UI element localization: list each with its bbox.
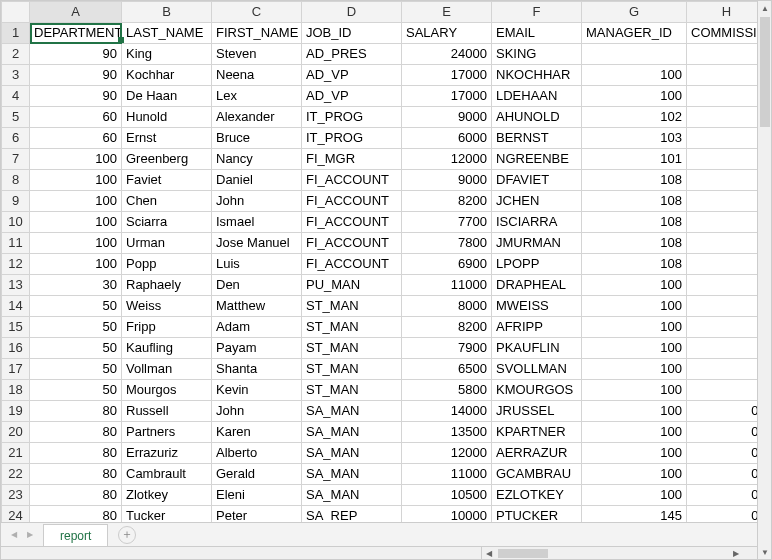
cell[interactable]: 90 <box>30 86 122 107</box>
cell[interactable]: 108 <box>582 191 687 212</box>
row-header[interactable]: 12 <box>2 254 30 275</box>
cell[interactable]: 17000 <box>402 86 492 107</box>
cell[interactable] <box>687 170 758 191</box>
cell[interactable]: ST_MAN <box>302 317 402 338</box>
cell[interactable]: 108 <box>582 170 687 191</box>
cell[interactable]: AD_PRES <box>302 44 402 65</box>
cell[interactable]: 100 <box>582 443 687 464</box>
cell[interactable]: 60 <box>30 107 122 128</box>
cell[interactable]: Lex <box>212 86 302 107</box>
row-header[interactable]: 1 <box>2 23 30 44</box>
cell[interactable]: 7900 <box>402 338 492 359</box>
cell[interactable]: Raphaely <box>122 275 212 296</box>
cell[interactable] <box>687 149 758 170</box>
cell[interactable]: 80 <box>30 485 122 506</box>
cell[interactable]: 100 <box>582 422 687 443</box>
cell[interactable]: De Haan <box>122 86 212 107</box>
add-sheet-button[interactable]: ＋ <box>118 526 136 544</box>
cell[interactable]: 108 <box>582 233 687 254</box>
row-header[interactable]: 13 <box>2 275 30 296</box>
cell[interactable]: Gerald <box>212 464 302 485</box>
vscrollbar[interactable]: ▲ ▼ <box>757 1 771 559</box>
vscroll-thumb[interactable] <box>760 17 770 127</box>
row-header[interactable]: 9 <box>2 191 30 212</box>
row-header[interactable]: 3 <box>2 65 30 86</box>
row-header[interactable]: 8 <box>2 170 30 191</box>
cell[interactable]: MWEISS <box>492 296 582 317</box>
cell[interactable]: BERNST <box>492 128 582 149</box>
cell[interactable]: 30 <box>30 275 122 296</box>
cell[interactable]: 8200 <box>402 317 492 338</box>
cell[interactable]: COMMISSION <box>687 23 758 44</box>
cell[interactable]: 90 <box>30 44 122 65</box>
cell[interactable]: LDEHAAN <box>492 86 582 107</box>
row-header[interactable]: 20 <box>2 422 30 443</box>
cell[interactable]: ST_MAN <box>302 359 402 380</box>
cell[interactable]: NGREENBE <box>492 149 582 170</box>
cell[interactable]: 100 <box>582 296 687 317</box>
cell[interactable]: 103 <box>582 128 687 149</box>
cell[interactable]: 80 <box>30 464 122 485</box>
cell[interactable]: 50 <box>30 296 122 317</box>
cell[interactable]: 100 <box>582 485 687 506</box>
cell[interactable]: Luis <box>212 254 302 275</box>
cell[interactable]: 0. <box>687 443 758 464</box>
cell[interactable]: 0. <box>687 464 758 485</box>
cell[interactable]: Bruce <box>212 128 302 149</box>
cell[interactable]: Matthew <box>212 296 302 317</box>
cell[interactable]: SA_MAN <box>302 401 402 422</box>
cell[interactable]: Kaufling <box>122 338 212 359</box>
hscrollbar[interactable]: ◀ ▶ <box>1 546 757 559</box>
cell[interactable]: 80 <box>30 443 122 464</box>
cell[interactable]: DRAPHEAL <box>492 275 582 296</box>
cell[interactable]: 8200 <box>402 191 492 212</box>
row-header[interactable]: 19 <box>2 401 30 422</box>
cell[interactable]: 100 <box>582 338 687 359</box>
cell[interactable]: 100 <box>30 191 122 212</box>
cell[interactable]: Steven <box>212 44 302 65</box>
hscroll-right-icon[interactable]: ▶ <box>729 547 743 560</box>
row-header[interactable]: 7 <box>2 149 30 170</box>
cell[interactable]: PU_MAN <box>302 275 402 296</box>
cell[interactable]: John <box>212 401 302 422</box>
cell[interactable]: 12000 <box>402 443 492 464</box>
cell[interactable]: 11000 <box>402 464 492 485</box>
cell[interactable] <box>687 128 758 149</box>
cell[interactable] <box>687 338 758 359</box>
cell[interactable] <box>687 380 758 401</box>
cell[interactable]: Faviet <box>122 170 212 191</box>
cell[interactable] <box>687 65 758 86</box>
cell[interactable]: ISCIARRA <box>492 212 582 233</box>
cell[interactable]: Popp <box>122 254 212 275</box>
cell[interactable]: Daniel <box>212 170 302 191</box>
col-header-A[interactable]: A <box>30 2 122 23</box>
cell[interactable]: Neena <box>212 65 302 86</box>
cell[interactable]: FI_ACCOUNT <box>302 254 402 275</box>
row-header[interactable]: 5 <box>2 107 30 128</box>
cell[interactable] <box>687 44 758 65</box>
cell[interactable]: 100 <box>30 212 122 233</box>
cell[interactable]: FIRST_NAME <box>212 23 302 44</box>
cell[interactable]: 100 <box>582 86 687 107</box>
cell[interactable]: Cambrault <box>122 464 212 485</box>
cell[interactable]: SALARY <box>402 23 492 44</box>
cell[interactable]: 100 <box>582 401 687 422</box>
cell[interactable] <box>687 86 758 107</box>
cell[interactable]: SA_MAN <box>302 485 402 506</box>
vscroll-up-icon[interactable]: ▲ <box>758 1 772 15</box>
cell[interactable]: 100 <box>582 65 687 86</box>
cell[interactable]: 100 <box>582 464 687 485</box>
cell[interactable]: SKING <box>492 44 582 65</box>
row-header[interactable]: 22 <box>2 464 30 485</box>
cell[interactable]: JMURMAN <box>492 233 582 254</box>
cell[interactable]: 0. <box>687 401 758 422</box>
cell[interactable] <box>687 107 758 128</box>
cell[interactable]: DFAVIET <box>492 170 582 191</box>
cell[interactable]: Zlotkey <box>122 485 212 506</box>
cell[interactable]: 102 <box>582 107 687 128</box>
cell[interactable]: Alexander <box>212 107 302 128</box>
cell[interactable]: 100 <box>30 233 122 254</box>
cell[interactable] <box>687 317 758 338</box>
cell[interactable]: Jose Manuel <box>212 233 302 254</box>
cell[interactable]: LPOPP <box>492 254 582 275</box>
